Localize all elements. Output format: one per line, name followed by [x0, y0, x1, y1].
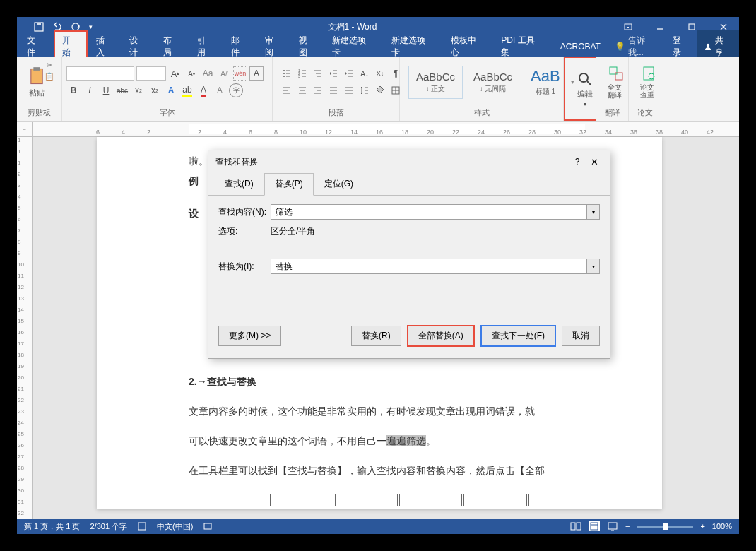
status-insert-icon[interactable]: [203, 521, 213, 531]
clear-format-icon[interactable]: wén: [233, 66, 247, 81]
find-next-button[interactable]: 查找下一处(F): [480, 325, 556, 347]
font-size-select[interactable]: [136, 66, 166, 81]
grow-font-icon[interactable]: A▴: [168, 66, 182, 81]
decrease-indent-icon[interactable]: [326, 66, 341, 81]
group-paragraph-label: 段落: [276, 106, 396, 119]
replace-input[interactable]: [271, 259, 587, 274]
help-icon[interactable]: ?: [569, 157, 586, 167]
font-family-select[interactable]: [66, 66, 134, 81]
clipboard-icon: [27, 66, 47, 86]
text-highlight-icon[interactable]: ab: [180, 83, 194, 97]
options-value: 区分全/半角: [271, 225, 315, 237]
options-label: 选项:: [218, 225, 271, 237]
ruler-vertical[interactable]: 1112345678910111213141516171819202122232…: [17, 137, 33, 519]
text-direction-icon[interactable]: A↓: [358, 66, 372, 81]
char-border-icon[interactable]: A: [249, 66, 264, 81]
enclose-char-icon[interactable]: 字: [229, 83, 243, 97]
status-spellcheck-icon[interactable]: [137, 521, 147, 531]
style-normal[interactable]: AaBbCc ↓ 正文: [408, 66, 463, 99]
svg-rect-62: [577, 523, 581, 530]
phonetic-icon[interactable]: A/: [217, 66, 231, 81]
papercheck-button[interactable]: 论文查重: [633, 62, 664, 102]
dialog-tab-replace[interactable]: 替换(P): [264, 173, 314, 196]
find-replace-dialog: 查找和替换 ? ✕ 查找(D) 替换(P) 定位(G) 查找内容(N): ▾ 选…: [208, 150, 610, 359]
multilevel-icon[interactable]: [311, 66, 325, 81]
svg-rect-9: [31, 69, 42, 83]
style-heading1[interactable]: AaB 标题 1: [523, 62, 568, 102]
line-spacing-icon[interactable]: [358, 83, 372, 97]
status-lang[interactable]: 中文(中国): [157, 521, 193, 532]
group-styles-label: 样式: [403, 106, 560, 119]
replace-label: 替换为(I):: [218, 261, 271, 273]
replace-all-button[interactable]: 全部替换(A): [407, 325, 475, 347]
login-button[interactable]: 登录: [666, 35, 697, 59]
bullets-icon[interactable]: [280, 66, 294, 81]
zoom-in-icon[interactable]: +: [700, 522, 704, 531]
svg-rect-5: [689, 24, 695, 30]
align-left-icon[interactable]: [280, 83, 294, 97]
dialog-tab-goto[interactable]: 定位(G): [314, 173, 364, 195]
find-label: 查找内容(N):: [218, 206, 271, 218]
italic-icon[interactable]: I: [83, 83, 97, 97]
replace-dropdown-icon[interactable]: ▾: [587, 259, 600, 274]
doc-para: 可以快速更改文章里的这个词语，不用自己一遍遍筛选。: [189, 431, 570, 451]
increase-indent-icon[interactable]: [342, 66, 356, 81]
shrink-font-icon[interactable]: A▾: [184, 66, 199, 81]
minimize-icon[interactable]: [644, 17, 675, 37]
align-right-icon[interactable]: [311, 83, 325, 97]
char-shading-icon[interactable]: A: [213, 83, 227, 97]
lightbulb-icon: 💡: [615, 42, 625, 52]
svg-point-15: [283, 76, 285, 77]
maximize-icon[interactable]: [675, 17, 707, 37]
tell-me[interactable]: 💡告诉我...: [609, 35, 666, 59]
bold-icon[interactable]: B: [66, 83, 81, 97]
doc-para: 在工具栏里可以找到【查找与替换】，输入查找内容和替换内容，然后点击【全部: [189, 461, 570, 480]
change-case-icon[interactable]: Aa: [201, 66, 215, 81]
text-effects-icon[interactable]: A: [164, 83, 178, 97]
svg-text:3: 3: [298, 74, 300, 78]
numbering-icon[interactable]: 123: [295, 66, 309, 81]
align-center-icon[interactable]: [295, 83, 309, 97]
replace-button[interactable]: 替换(R): [351, 326, 401, 346]
scissors-icon: ✂: [47, 61, 53, 70]
zoom-value[interactable]: 100%: [712, 522, 732, 531]
group-clipboard-label: 剪贴板: [20, 106, 59, 119]
status-page[interactable]: 第 1 页，共 1 页: [24, 521, 80, 532]
paste-button[interactable]: ✂ 📋 粘贴: [21, 64, 52, 101]
font-color-icon[interactable]: A: [196, 83, 211, 97]
svg-point-13: [283, 73, 285, 74]
close-icon[interactable]: [707, 17, 739, 37]
find-dropdown-icon[interactable]: ▾: [587, 204, 600, 220]
translate-icon: [608, 65, 625, 82]
cancel-button[interactable]: 取消: [562, 326, 600, 346]
align-justify-icon[interactable]: [326, 83, 341, 97]
subscript-icon[interactable]: x2: [131, 83, 146, 97]
status-words[interactable]: 2/301 个字: [90, 521, 127, 532]
svg-rect-1: [37, 23, 41, 25]
tab-acrobat[interactable]: ACROBAT: [552, 37, 609, 56]
style-nospace[interactable]: AaBbCc ↓ 无间隔: [466, 66, 520, 99]
close-icon[interactable]: ✕: [586, 157, 603, 167]
svg-rect-63: [591, 523, 598, 530]
strike-icon[interactable]: abc: [115, 83, 129, 97]
find-input[interactable]: [271, 204, 587, 220]
more-button[interactable]: 更多(M) >>: [218, 326, 281, 346]
svg-rect-61: [571, 523, 575, 530]
ruler-horizontal[interactable]: 6422468101214161820222426283032343638404…: [33, 122, 739, 137]
shading-icon[interactable]: [373, 83, 387, 97]
dialog-tab-find[interactable]: 查找(D): [214, 173, 264, 195]
view-print-icon[interactable]: [589, 521, 600, 531]
translate-button[interactable]: 全文翻译: [601, 62, 632, 102]
svg-point-11: [283, 70, 285, 71]
underline-icon[interactable]: U: [99, 83, 113, 97]
view-read-icon[interactable]: [570, 521, 581, 531]
zoom-out-icon[interactable]: −: [625, 522, 630, 531]
sort-icon[interactable]: X↓: [373, 66, 387, 81]
paper-icon: [640, 65, 657, 82]
ribbon-display-icon[interactable]: [612, 17, 644, 37]
search-icon: [577, 71, 593, 88]
zoom-slider[interactable]: [637, 526, 693, 528]
view-web-icon[interactable]: [607, 521, 618, 531]
distribute-icon[interactable]: [342, 83, 356, 97]
superscript-icon[interactable]: x2: [148, 83, 162, 97]
